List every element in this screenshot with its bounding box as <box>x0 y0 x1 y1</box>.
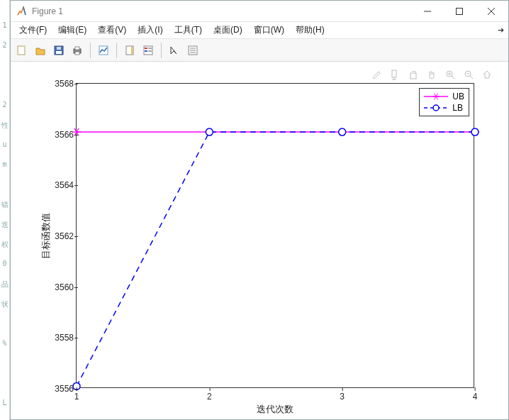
editor-gutter: 122性um错迭权0品状%Lm <box>0 0 10 420</box>
zoom-out-icon[interactable] <box>462 67 476 82</box>
x-tick-label: 2 <box>207 392 212 402</box>
insert-legend-button[interactable] <box>140 42 157 59</box>
plot-lines <box>77 84 474 387</box>
svg-rect-24 <box>392 70 396 77</box>
menu-item[interactable]: 工具(T) <box>169 22 208 38</box>
plot-area: 目标函数值 迭代次数 UBLB 355635583560356235643566… <box>11 62 508 419</box>
x-axis-label: 迭代次数 <box>257 403 293 416</box>
svg-point-48 <box>206 128 213 136</box>
svg-rect-17 <box>145 50 147 52</box>
menu-item[interactable]: 桌面(D) <box>208 22 248 38</box>
y-tick-label: 3564 <box>43 180 74 190</box>
y-tick-label: 3560 <box>43 282 74 292</box>
titlebar: Figure 1 <box>11 1 508 22</box>
y-tick-label: 3562 <box>43 231 74 241</box>
window-title: Figure 1 <box>32 6 411 16</box>
brush-icon[interactable] <box>369 67 384 82</box>
dock-arrow-icon[interactable]: ➔ <box>498 26 504 35</box>
svg-line-29 <box>452 76 454 79</box>
menu-item[interactable]: 文件(F) <box>13 22 52 38</box>
menu-item[interactable]: 窗口(W) <box>248 22 290 38</box>
menubar: 文件(F)编辑(E)查看(V)插入(I)工具(T)桌面(D)窗口(W)帮助(H)… <box>11 22 508 39</box>
print-button[interactable] <box>69 42 86 59</box>
legend[interactable]: UBLB <box>419 88 469 116</box>
toolbar-separator <box>116 43 117 58</box>
menu-item[interactable]: 编辑(E) <box>52 22 92 38</box>
toolbar-separator <box>90 43 91 58</box>
property-inspector-button[interactable] <box>184 42 201 59</box>
insert-colorbar-button[interactable] <box>121 42 138 59</box>
x-tick-label: 1 <box>74 392 79 402</box>
svg-rect-1 <box>456 8 462 14</box>
y-tick-label: 3568 <box>43 79 74 89</box>
zoom-in-icon[interactable] <box>443 67 457 82</box>
svg-rect-4 <box>18 46 25 55</box>
open-button[interactable] <box>32 42 49 59</box>
rotate-icon[interactable] <box>406 67 420 82</box>
axes-toolbar <box>369 67 494 82</box>
svg-rect-16 <box>145 48 147 49</box>
x-tick-label: 4 <box>473 392 478 402</box>
svg-rect-7 <box>56 51 62 54</box>
matlab-icon <box>16 6 28 17</box>
svg-point-49 <box>339 128 346 136</box>
new-figure-button[interactable] <box>13 42 30 59</box>
window-buttons <box>411 1 507 22</box>
close-button[interactable] <box>475 1 507 22</box>
toolbar <box>11 39 508 62</box>
svg-rect-10 <box>75 47 79 50</box>
legend-label: UB <box>452 92 464 101</box>
pan-icon[interactable] <box>425 67 439 82</box>
y-tick-label: 3558 <box>43 333 74 343</box>
legend-label: LB <box>452 103 463 113</box>
menu-item[interactable]: 插入(I) <box>132 22 168 38</box>
toolbar-separator <box>161 43 162 58</box>
minimize-button[interactable] <box>411 1 443 22</box>
axes[interactable]: 目标函数值 迭代次数 UBLB 355635583560356235643566… <box>76 83 474 388</box>
datatips-icon[interactable] <box>388 67 402 82</box>
figure-window: Figure 1 文件(F)编辑(E)查看(V)插入(I)工具(T)桌面(D)窗… <box>10 0 509 420</box>
svg-rect-8 <box>57 47 61 50</box>
save-button[interactable] <box>50 42 67 59</box>
maximize-button[interactable] <box>443 1 475 22</box>
svg-rect-11 <box>75 52 79 55</box>
menu-item[interactable]: 查看(V) <box>92 22 132 38</box>
svg-rect-27 <box>410 73 416 79</box>
x-tick-label: 3 <box>340 392 345 402</box>
svg-point-50 <box>471 128 479 136</box>
svg-rect-14 <box>131 47 133 54</box>
y-tick-label: 3566 <box>43 130 74 140</box>
legend-item: UB <box>424 91 464 102</box>
y-tick-label: 3556 <box>43 384 74 394</box>
home-icon[interactable] <box>480 67 494 82</box>
svg-point-56 <box>433 105 439 111</box>
menu-item[interactable]: 帮助(H) <box>290 22 330 38</box>
svg-line-33 <box>470 76 473 79</box>
link-plot-button[interactable] <box>95 42 112 59</box>
legend-item: LB <box>424 102 464 114</box>
edit-plot-button[interactable] <box>166 42 183 59</box>
